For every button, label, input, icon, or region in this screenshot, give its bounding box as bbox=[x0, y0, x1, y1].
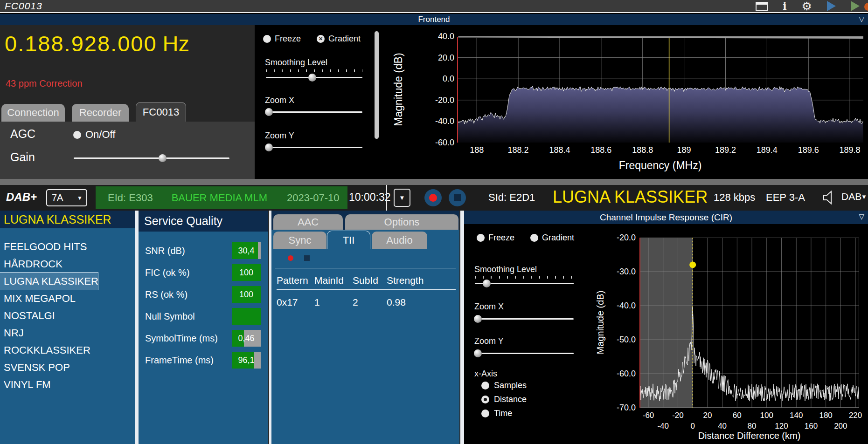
panel-divider-2[interactable] bbox=[268, 211, 271, 444]
axis-tick-label: 188.8 bbox=[629, 145, 657, 155]
spectrum-gradient-checkbox[interactable] bbox=[317, 35, 325, 43]
quality-metric-bar: 30,4 bbox=[232, 242, 261, 259]
cir-zoomy-label: Zoom Y bbox=[474, 336, 504, 346]
panel-divider-3[interactable] bbox=[459, 211, 464, 444]
tii-table-data-row: 0x17120.98 bbox=[277, 290, 456, 308]
cir-xtick-row2: -4004080120160200 bbox=[639, 422, 859, 431]
axis-tick-label: -40.0 bbox=[598, 301, 636, 311]
quality-metric-value bbox=[232, 308, 261, 325]
spectrum-gradient-label: Gradient bbox=[328, 34, 361, 44]
station-list-item[interactable]: NOSTALGI bbox=[0, 307, 135, 324]
chevron-down-icon: ▼ bbox=[77, 195, 83, 201]
service-protection: EEP 3-A bbox=[766, 191, 805, 204]
quality-metric-label: FrameTime (ms) bbox=[139, 355, 232, 366]
axis-tick-label: 60 bbox=[724, 411, 750, 420]
cir-zoomy-slider[interactable] bbox=[475, 349, 574, 357]
tab-audio[interactable]: Audio bbox=[372, 232, 427, 249]
tab-recorder[interactable]: Recorder bbox=[72, 104, 129, 122]
gain-slider-track[interactable] bbox=[74, 157, 229, 159]
spectrum-zoomx-thumb[interactable] bbox=[265, 108, 273, 116]
stop-button[interactable] bbox=[449, 189, 466, 206]
tii-cell: 1 bbox=[314, 297, 353, 308]
service-quality-row: SNR (dB)30,4 bbox=[139, 242, 268, 259]
gain-slider[interactable] bbox=[74, 154, 229, 162]
station-list-item[interactable]: HÅRDROCK bbox=[0, 255, 135, 273]
gear-icon[interactable]: ⚙ bbox=[802, 0, 812, 12]
axis-tick-label: 220 bbox=[842, 411, 868, 420]
quality-metric-value: 96,1 bbox=[232, 352, 261, 369]
agc-label: AGC bbox=[10, 127, 35, 141]
tab-fc0013[interactable]: FC0013 bbox=[136, 102, 186, 122]
tab-connection[interactable]: Connection bbox=[1, 104, 65, 122]
time-radio[interactable] bbox=[481, 410, 489, 417]
cir-xaxis-option-time: Time bbox=[481, 409, 512, 418]
output-chevron-down-icon[interactable]: ▼ bbox=[861, 193, 867, 200]
play-blue-icon[interactable] bbox=[827, 1, 836, 11]
spectrum-smoothing-slider[interactable] bbox=[266, 74, 362, 82]
cir-zoomy-track[interactable] bbox=[475, 353, 574, 354]
detail-separator bbox=[275, 268, 456, 268]
station-list-item[interactable]: FEELGOOD HITS bbox=[0, 238, 135, 255]
spectrum-zoomy-slider[interactable] bbox=[266, 143, 362, 151]
app-window: FC0013 i ⚙ Frontend ▽ 0.188.928.000Hz 43… bbox=[0, 0, 868, 444]
record-button[interactable] bbox=[424, 189, 442, 206]
tab-options[interactable]: Options bbox=[345, 214, 458, 230]
cir-freeze-radio[interactable] bbox=[477, 234, 485, 242]
tii-table-header-row: PatternMainIdSubIdStrength bbox=[277, 275, 456, 290]
play-green-icon[interactable] bbox=[851, 1, 860, 11]
station-list-item[interactable]: SVENSK POP bbox=[0, 359, 135, 376]
channel-dropdown[interactable]: 7A ▼ bbox=[46, 189, 87, 206]
samples-radio[interactable] bbox=[481, 382, 489, 389]
cir-zoomx-track[interactable] bbox=[475, 318, 574, 320]
tii-table: PatternMainIdSubIdStrength 0x17120.98 bbox=[277, 275, 456, 308]
quality-metric-value: 100 bbox=[232, 264, 261, 281]
station-list-item[interactable]: NRJ bbox=[0, 324, 135, 342]
cir-smoothing-thumb[interactable] bbox=[483, 280, 491, 287]
station-list-item[interactable]: MIX MEGAPOL bbox=[0, 290, 135, 307]
controls-scrollbar[interactable] bbox=[375, 31, 379, 139]
collapse-triangle-icon[interactable]: ▽ bbox=[859, 15, 864, 23]
spectrum-zoomx-track[interactable] bbox=[266, 111, 362, 113]
panel-divider-1[interactable] bbox=[135, 211, 139, 444]
cir-gradient-radio[interactable] bbox=[530, 234, 538, 242]
speaker-icon[interactable] bbox=[822, 191, 838, 205]
spectrum-zoomy-track[interactable] bbox=[266, 147, 362, 148]
frontend-title: Frontend bbox=[0, 14, 868, 25]
cir-zoomx-slider[interactable] bbox=[475, 315, 574, 323]
station-list-item[interactable]: VINYL FM bbox=[0, 376, 135, 393]
axis-tick-label: 189.6 bbox=[794, 145, 822, 155]
cir-xaxis-option-samples: Samples bbox=[481, 381, 527, 390]
cir-panel: Channel Impulse Response (CIR) ▽ Freeze … bbox=[464, 211, 868, 444]
station-list-item[interactable]: ROCKKLASSIKER bbox=[0, 342, 135, 359]
window-icon[interactable] bbox=[756, 2, 768, 11]
dab-bar-divider bbox=[386, 185, 387, 211]
station-list-item[interactable]: LUGNA KLASSIKER bbox=[0, 273, 98, 290]
info-icon[interactable]: i bbox=[783, 1, 786, 11]
expand-button[interactable]: ▼ bbox=[394, 189, 410, 207]
gain-slider-thumb[interactable] bbox=[159, 154, 167, 162]
spectrum-ylabel: Magnitude (dB) bbox=[392, 53, 405, 126]
spectrum-zoomx-slider[interactable] bbox=[266, 108, 362, 116]
spectrum-smoothing-thumb[interactable] bbox=[308, 74, 316, 82]
spectrum-section: Magnitude (dB) 40.020.00.0-20.0-40.0-60.… bbox=[387, 25, 868, 179]
distance-radio[interactable] bbox=[481, 396, 489, 403]
tab-aac[interactable]: AAC bbox=[273, 214, 343, 230]
cir-zoomx-thumb[interactable] bbox=[474, 315, 482, 323]
axis-tick-label: -60.0 bbox=[598, 369, 636, 379]
cir-xaxis-option-distance: Distance bbox=[481, 395, 527, 404]
tab-sync[interactable]: Sync bbox=[273, 232, 326, 249]
spectrum-freeze-radio[interactable] bbox=[263, 35, 271, 43]
output-device-dropdown[interactable]: DAB bbox=[841, 191, 861, 202]
tab-tii[interactable]: TII bbox=[327, 231, 370, 249]
agc-onoff-radio[interactable] bbox=[73, 131, 81, 139]
spectrum-zoomy-thumb[interactable] bbox=[265, 143, 273, 151]
axis-tick-label: 188.6 bbox=[587, 145, 615, 155]
quality-metric-value: 0,46 bbox=[232, 330, 261, 347]
frequency-display: 0.188.928.000Hz bbox=[5, 31, 189, 56]
cir-collapse-triangle-icon[interactable]: ▽ bbox=[859, 212, 864, 221]
service-quality-rows: SNR (dB)30,4FIC (ok %)100RS (ok %)100Nul… bbox=[139, 232, 268, 369]
cir-zoomy-thumb[interactable] bbox=[474, 349, 482, 357]
cir-smoothing-slider[interactable] bbox=[475, 280, 574, 287]
tii-col-header: Pattern bbox=[277, 275, 314, 286]
service-quality-row: RS (ok %)100 bbox=[139, 286, 268, 303]
